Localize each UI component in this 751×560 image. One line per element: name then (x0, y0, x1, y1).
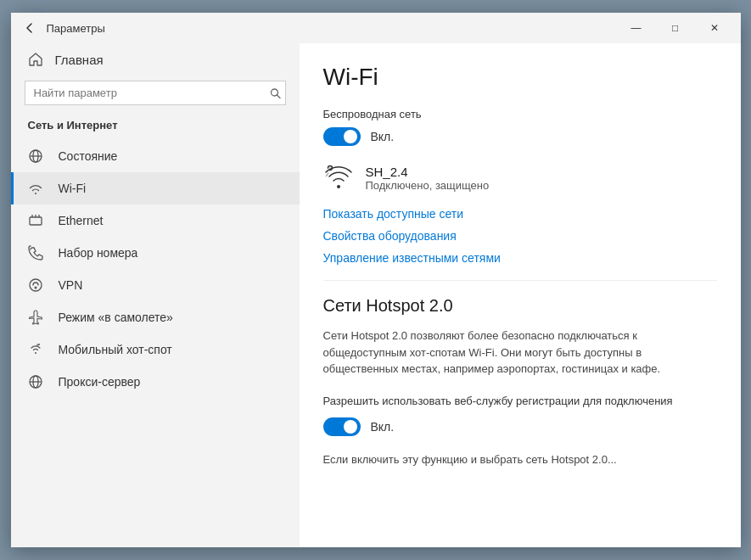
section-title: Сеть и Интернет (11, 115, 300, 140)
search-box (25, 81, 286, 105)
network-wifi-icon (323, 163, 354, 193)
search-input[interactable] (25, 81, 286, 105)
network-info: SH_2.4 Подключено, защищено (366, 165, 490, 192)
home-label: Главная (55, 53, 104, 67)
window-title: Параметры (47, 22, 617, 35)
proxy-icon (28, 374, 47, 389)
page-title: Wi-Fi (323, 64, 717, 91)
wifi-nav-icon (28, 181, 47, 196)
dialup-icon (28, 245, 47, 260)
ethernet-icon (28, 213, 47, 228)
hotspot-section-title: Сети Hotspot 2.0 (323, 296, 717, 316)
svg-point-10 (34, 287, 36, 289)
minimize-button[interactable]: — (617, 13, 656, 43)
reg-label: Разрешить использовать веб-службу регист… (323, 393, 717, 410)
search-icon[interactable] (270, 87, 281, 98)
maximize-button[interactable]: □ (656, 13, 695, 43)
sidebar-item-status-label: Состояние (59, 149, 118, 163)
sidebar-item-wifi[interactable]: Wi-Fi (11, 172, 300, 204)
wireless-label: Беспроводная сеть (323, 108, 717, 120)
hotspot-toggle-row: Вкл. (323, 417, 717, 436)
bottom-note: Если включить эту функцию и выбрать сеть… (323, 453, 717, 466)
connected-network-card: SH_2.4 Подключено, защищено (323, 163, 717, 193)
sidebar-item-home[interactable]: Главная (11, 43, 300, 76)
hardware-props-link[interactable]: Свойства оборудования (323, 229, 457, 243)
svg-point-9 (30, 279, 42, 291)
sidebar-item-dialup[interactable]: Набор номера (11, 237, 300, 269)
manage-networks-link[interactable]: Управление известными сетями (323, 251, 501, 265)
sidebar-item-wifi-label: Wi-Fi (59, 182, 87, 195)
sidebar-item-dialup-label: Набор номера (59, 246, 138, 260)
sidebar-item-mobile-hotspot-label: Мобильный хот-спот (59, 343, 172, 356)
content-area: Главная Сеть и Интернет (11, 43, 741, 547)
wireless-toggle-label: Вкл. (371, 130, 395, 143)
mobile-hotspot-icon (28, 342, 47, 357)
svg-line-1 (277, 95, 280, 98)
airplane-icon (28, 310, 47, 325)
sidebar-item-mobile-hotspot[interactable]: Мобильный хот-спот (11, 333, 300, 366)
sidebar-item-proxy[interactable]: Прокси-сервер (11, 366, 300, 398)
main-panel: Wi-Fi Беспроводная сеть Вкл. (300, 43, 741, 547)
wireless-toggle-row: Вкл. (323, 127, 717, 146)
sidebar-item-ethernet[interactable]: Ethernet (11, 204, 300, 237)
svg-point-11 (38, 344, 40, 345)
sidebar-item-status[interactable]: Состояние (11, 140, 300, 172)
home-icon (28, 52, 43, 67)
sidebar-item-airplane[interactable]: Режим «в самолете» (11, 301, 300, 333)
hotspot-toggle[interactable] (323, 417, 361, 436)
section-divider (323, 280, 717, 281)
svg-rect-5 (30, 217, 42, 225)
close-button[interactable]: ✕ (695, 13, 734, 43)
sidebar-item-ethernet-label: Ethernet (59, 214, 104, 227)
vpn-icon (28, 277, 47, 293)
back-button[interactable] (18, 16, 42, 40)
window-controls: — □ ✕ (617, 13, 734, 43)
sidebar-item-vpn[interactable]: VPN (11, 269, 300, 301)
network-name: SH_2.4 (366, 165, 490, 179)
sidebar-item-proxy-label: Прокси-сервер (59, 375, 141, 389)
hotspot-description: Сети Hotspot 2.0 позволяют более безопас… (323, 328, 717, 378)
hotspot-toggle-label: Вкл. (371, 420, 395, 434)
wireless-toggle[interactable] (323, 127, 361, 146)
globe-icon (28, 148, 47, 164)
sidebar: Главная Сеть и Интернет (11, 43, 300, 547)
titlebar: Параметры — □ ✕ (11, 13, 741, 43)
settings-window: Параметры — □ ✕ Главная (11, 13, 741, 547)
network-status: Подключено, защищено (366, 179, 490, 192)
sidebar-item-airplane-label: Режим «в самолете» (59, 311, 173, 324)
sidebar-item-vpn-label: VPN (59, 278, 83, 292)
show-networks-link[interactable]: Показать доступные сети (323, 207, 464, 221)
